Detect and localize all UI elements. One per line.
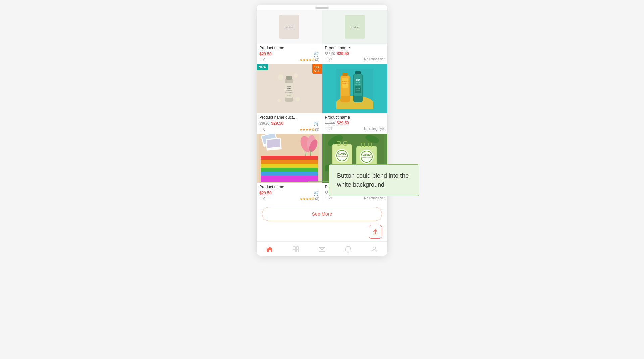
no-ratings-p6: No ratings yet: [364, 196, 385, 200]
likes-p2: 21: [329, 57, 333, 61]
grid-icon: [292, 246, 300, 253]
badge-off-p3: 10%OFF: [312, 64, 322, 74]
heart-icon-p5[interactable]: ♡: [259, 197, 263, 201]
product-name-p3: Product name duct...: [259, 115, 319, 120]
svg-text:DRY SHAMPOO: DRY SHAMPOO: [285, 92, 293, 94]
svg-rect-39: [267, 139, 281, 148]
nav-item-notification[interactable]: [335, 244, 361, 254]
svg-text:DEAD: DEAD: [287, 88, 291, 90]
mail-icon: [318, 246, 326, 253]
home-icon: [266, 246, 273, 253]
scroll-top-button[interactable]: [369, 225, 382, 239]
bell-icon: [344, 246, 352, 253]
svg-rect-72: [293, 247, 296, 249]
annotation-text: Button could blend into the white backgr…: [337, 172, 409, 188]
product-image-p3: NEW 10%OFF DROP DEAD: [257, 64, 322, 113]
price-original-p3: $36.90: [259, 122, 270, 125]
likes-p4: 21: [329, 127, 333, 131]
stars-p1: ★★★★½: [300, 58, 314, 62]
likes-p3: 0: [263, 127, 265, 131]
rating-count-p3: (3): [315, 127, 319, 131]
svg-text:GORGEOUS: GORGEOUS: [286, 90, 293, 92]
svg-point-77: [373, 247, 376, 250]
svg-point-3: [277, 99, 281, 102]
product-name-p2: Product name: [325, 46, 385, 50]
svg-text:MINT&: MINT&: [356, 82, 360, 83]
scroll-dot: [315, 7, 329, 9]
annotation-container: Button could blend into the white backgr…: [329, 164, 419, 196]
product-card-p3: NEW 10%OFF DROP DEAD: [257, 64, 322, 134]
product-card-p2: product Product name $36.90 $29.50 ♡ 21: [322, 10, 388, 64]
stars-p5: ★★★★½: [300, 197, 314, 201]
product-image-p1: product: [257, 10, 322, 44]
scroll-indicator: [257, 5, 387, 10]
annotation-box: Button could blend into the white backgr…: [329, 164, 419, 196]
nav-item-grid[interactable]: [283, 244, 309, 254]
svg-text:HERBS: HERBS: [287, 95, 291, 97]
product-image-p2: product: [322, 10, 388, 44]
svg-rect-74: [293, 250, 296, 252]
heart-icon-p2[interactable]: ♡: [325, 57, 328, 61]
price-original-p4: $36.90: [325, 121, 335, 125]
shampoo-image: DROP DEAD GORGEOUS DRY SHAMPOO HERBS: [277, 72, 301, 106]
likes-p1: 0: [263, 58, 265, 62]
product-card-p5: Product name $29.50 🛒 ♡ 0 ★★★★½ (3): [257, 134, 322, 203]
scroll-top-icon: [372, 229, 378, 235]
price-sale-p2: $29.50: [337, 51, 349, 56]
cart-icon-p1[interactable]: 🛒: [314, 51, 319, 57]
phone-container: product Product name $29.50 🛒 ♡ 0: [257, 5, 387, 256]
product-card-p4: MANGO ORIGINAL SOURCE 7.927 MINT& TEA TR…: [322, 64, 388, 134]
svg-point-54: [335, 149, 349, 162]
price-sale-p5: $29.50: [259, 191, 272, 195]
rating-count-p1: (3): [315, 58, 319, 62]
badge-new-p3: NEW: [257, 64, 268, 70]
see-more-wrap: See More: [257, 203, 387, 225]
svg-rect-75: [296, 250, 299, 252]
price-original-p2: $36.90: [325, 52, 335, 56]
likes-p6: 21: [329, 196, 333, 200]
svg-rect-20: [342, 73, 348, 76]
heart-icon-p1[interactable]: ♡: [259, 58, 263, 62]
nav-item-mail[interactable]: [309, 244, 335, 254]
svg-text:DROP: DROP: [287, 86, 291, 88]
svg-text:TEA TREE: TEA TREE: [355, 84, 361, 85]
svg-point-1: [294, 73, 298, 78]
no-ratings-p2: No ratings yet: [364, 57, 385, 61]
svg-rect-29: [355, 71, 361, 74]
nav-item-home[interactable]: [257, 244, 283, 254]
svg-text:NUTRITION DRINK: NUTRITION DRINK: [362, 157, 372, 159]
svg-text:SOURCE: SOURCE: [356, 90, 360, 91]
rating-count-p5: (3): [315, 197, 319, 201]
cart-icon-p3[interactable]: 🛒: [314, 121, 319, 126]
svg-point-2: [295, 97, 300, 101]
svg-point-62: [360, 150, 374, 164]
likes-p5: 0: [263, 197, 265, 201]
profile-icon: [371, 246, 378, 253]
bottom-nav: [257, 241, 387, 256]
svg-text:ORIGINAL: ORIGINAL: [342, 81, 348, 83]
svg-point-0: [278, 74, 283, 80]
product-card-p1: product Product name $29.50 🛒 ♡ 0: [257, 10, 322, 64]
product-image-p4: MANGO ORIGINAL SOURCE 7.927 MINT& TEA TR…: [322, 64, 388, 113]
price-sale-p4: $29.50: [337, 121, 349, 125]
see-more-button[interactable]: See More: [262, 207, 382, 221]
svg-text:SOURCE: SOURCE: [342, 83, 348, 84]
svg-text:7.927: 7.927: [356, 79, 360, 81]
price-sale-p1: $29.50: [259, 52, 272, 56]
product-name-p4: Product name: [325, 115, 385, 120]
shower-gel-image: MANGO ORIGINAL SOURCE 7.927 MINT& TEA TR…: [336, 69, 373, 109]
svg-text:MAPROW: MAPROW: [338, 153, 346, 155]
heart-icon-p3[interactable]: ♡: [259, 127, 263, 132]
price-sale-p3: $29.50: [271, 121, 284, 126]
stars-p3: ★★★★½: [300, 127, 314, 131]
svg-rect-22: [354, 74, 362, 96]
svg-rect-73: [296, 247, 299, 249]
heart-icon-p4[interactable]: ♡: [325, 126, 328, 131]
svg-rect-5: [286, 76, 292, 80]
no-ratings-p4: No ratings yet: [364, 127, 385, 131]
heart-icon-p6[interactable]: ♡: [325, 196, 328, 200]
annotation-connector: [308, 171, 335, 191]
svg-text:NUTRITION DRINK: NUTRITION DRINK: [337, 156, 348, 158]
svg-text:MAPROW: MAPROW: [363, 154, 371, 156]
nav-item-profile[interactable]: [361, 244, 387, 254]
